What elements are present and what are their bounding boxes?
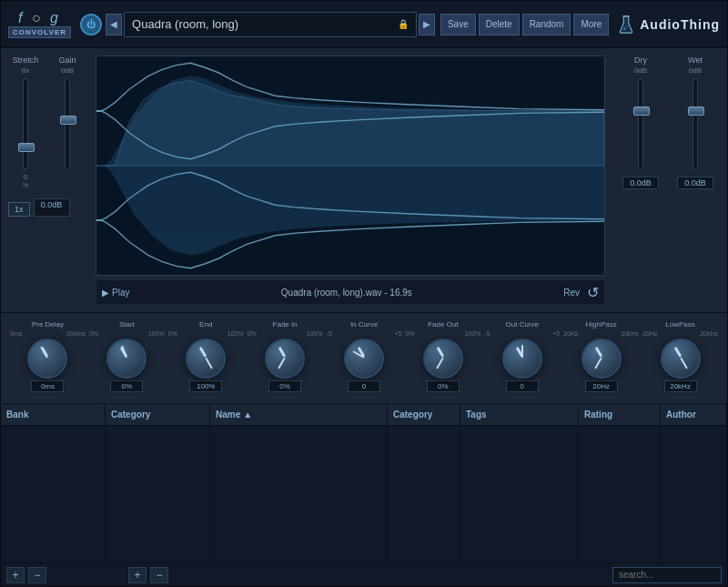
gain-value-display: 0.0dB <box>34 198 70 217</box>
knobs-row: Pre Delay0ms200ms0msStart0%100%0%End0%10… <box>1 312 727 403</box>
wet-label: Wet <box>688 56 703 65</box>
stretch-top-label: 8x <box>22 66 29 75</box>
knob-lowpass[interactable] <box>661 339 701 379</box>
gain-slider-thumb[interactable] <box>60 116 76 125</box>
preset-display: Quadra (room, long) 🔒 <box>124 12 417 37</box>
knob-label-5: Fade Out <box>428 320 458 329</box>
col-name-header[interactable]: Name ▲ <box>210 404 388 425</box>
main-controls: Stretch 8x 0 ½ Gain 0dB 1x <box>1 48 727 312</box>
knob-label-4: In Curve <box>350 320 378 329</box>
category-footer-buttons: + − <box>128 567 168 583</box>
random-button[interactable]: Random <box>522 14 571 35</box>
browser-header: Bank Category Name ▲ Category Tags Ratin… <box>1 404 727 426</box>
search-input[interactable] <box>612 567 722 583</box>
more-button[interactable]: More <box>573 14 609 35</box>
save-button[interactable]: Save <box>440 14 476 35</box>
col-author-header: Author <box>661 404 727 425</box>
delete-button[interactable]: Delete <box>479 14 520 35</box>
knob-min-5: 0% <box>405 330 414 337</box>
knob-value-5: 0% <box>427 380 460 392</box>
convolver-badge: CONVOLVER <box>8 26 71 38</box>
name-column <box>210 426 388 562</box>
mode-1x-button[interactable]: 1x <box>8 202 30 217</box>
add-category-button[interactable]: + <box>128 567 147 583</box>
waveform-svg <box>96 56 604 275</box>
knob-max-6: +5 <box>552 330 560 337</box>
dry-0db: 0dB <box>634 66 647 75</box>
next-preset-button[interactable]: ▶ <box>419 14 435 35</box>
knob-in-curve[interactable] <box>344 339 384 379</box>
file-name: Quadra (room, long).wav - 16.9s <box>136 288 556 298</box>
knob-max-4: +5 <box>394 330 401 337</box>
knob-value-8: 20kHz <box>664 380 697 392</box>
knob-group-fade-out: Fade Out0%100%0% <box>405 320 480 392</box>
dry-slider-track[interactable] <box>638 78 643 169</box>
knob-value-0: 0ms <box>31 380 64 392</box>
remove-category-button[interactable]: − <box>150 567 168 583</box>
play-icon: ▶ <box>102 288 109 298</box>
knob-max-3: 100% <box>307 330 323 337</box>
gain-slider-track[interactable] <box>65 78 70 169</box>
knob-max-8: 20kHz <box>700 330 718 337</box>
category-column <box>106 426 210 562</box>
knob-min-4: -5 <box>327 330 332 337</box>
knob-fade-in[interactable] <box>265 339 305 379</box>
wet-slider-thumb[interactable] <box>688 106 704 116</box>
dry-slider-thumb[interactable] <box>633 106 650 116</box>
knob-value-1: 0% <box>110 380 143 392</box>
stretch-mid-label: 0 <box>24 173 27 181</box>
knob-group-highpass: HighPass20Hz20kHz20Hz <box>563 320 639 392</box>
logo-text: f ○ g <box>18 10 61 26</box>
toolbar-buttons: Save Delete Random More <box>440 14 609 35</box>
knob-min-0: 0ms <box>10 330 22 337</box>
rating-column <box>579 426 661 562</box>
gain-label: Gain <box>58 56 76 65</box>
rev-button[interactable]: Rev <box>563 288 580 298</box>
brand-logo: AudioThing <box>618 15 720 35</box>
knob-min-8: 20Hz <box>642 330 657 337</box>
knob-highpass[interactable] <box>581 339 622 379</box>
browser-body <box>1 426 727 562</box>
knob-group-fade-in: Fade In0%100%0% <box>248 320 323 392</box>
stretch-slider-track[interactable] <box>23 78 28 169</box>
knob-start[interactable] <box>106 339 147 379</box>
knob-value-3: 0% <box>268 380 301 392</box>
refresh-icon[interactable]: ↺ <box>587 284 599 301</box>
plugin-container: f ○ g CONVOLVER ⏻ ◀ Quadra (room, long) … <box>0 0 728 587</box>
knob-end[interactable] <box>186 339 226 379</box>
knob-min-7: 20Hz <box>563 330 578 337</box>
play-button[interactable]: ▶ Play <box>102 288 129 298</box>
knob-label-2: End <box>199 320 212 329</box>
stretch-slider-thumb[interactable] <box>18 143 35 152</box>
knob-min-6: -5 <box>484 330 490 337</box>
knob-group-start: Start0%100%0% <box>89 320 165 392</box>
flask-icon <box>618 15 634 35</box>
bank-column <box>1 426 106 562</box>
stretch-slider-col: Stretch 8x 0 ½ <box>8 56 43 189</box>
knob-pre-delay[interactable] <box>27 339 67 379</box>
waveform-display <box>96 56 605 276</box>
power-button[interactable]: ⏻ <box>80 14 102 35</box>
knob-fade-out[interactable] <box>423 339 463 379</box>
knob-label-3: Fade In <box>273 320 298 329</box>
prev-preset-button[interactable]: ◀ <box>106 14 122 35</box>
dry-slider-col: Dry 0dB 0.0dB <box>616 56 665 305</box>
browser-footer: + − + − <box>1 562 727 586</box>
add-bank-button[interactable]: + <box>6 567 25 583</box>
knob-label-8: LowPass <box>665 320 694 329</box>
waveform-area: ▶ Play Quadra (room, long).wav - 16.9s R… <box>92 48 609 312</box>
gain-slider-col: Gain 0dB <box>50 56 85 189</box>
wet-slider-track[interactable] <box>693 78 698 169</box>
dry-label: Dry <box>634 56 647 65</box>
knob-max-5: 100% <box>464 330 480 337</box>
browser: Bank Category Name ▲ Category Tags Ratin… <box>1 403 727 586</box>
remove-bank-button[interactable]: − <box>28 567 46 583</box>
knob-max-0: 200ms <box>66 330 86 337</box>
stretch-label: Stretch <box>13 56 39 65</box>
knob-out-curve[interactable] <box>502 339 542 379</box>
wet-0db: 0dB <box>689 66 702 75</box>
knob-group-pre-delay: Pre Delay0ms200ms0ms <box>10 320 86 392</box>
col-tags-header: Tags <box>460 404 579 425</box>
svg-point-2 <box>626 25 628 26</box>
category2-column <box>388 426 460 562</box>
